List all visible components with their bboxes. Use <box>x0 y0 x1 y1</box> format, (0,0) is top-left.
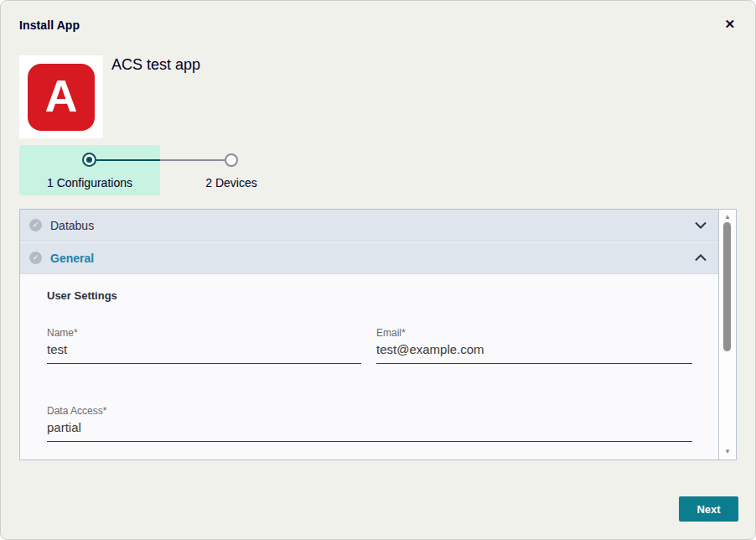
email-field-label: Email* <box>376 327 692 339</box>
step-configurations-circle-icon <box>82 153 96 167</box>
scroll-down-arrow-icon[interactable]: ▼ <box>719 447 736 457</box>
close-icon[interactable]: ✕ <box>724 17 735 32</box>
check-circle-icon: ✓ <box>29 219 42 231</box>
data-access-field-label: Data Access* <box>47 405 692 417</box>
step-devices-circle-icon <box>225 153 238 167</box>
check-circle-icon: ✓ <box>29 252 42 264</box>
scrollbar-thumb[interactable] <box>723 222 731 351</box>
step-configurations-label: 1 Configurations <box>19 176 160 190</box>
name-input[interactable]: test <box>47 342 361 364</box>
configuration-accordion: ✓ Databus ✓ General User Settings Name* … <box>19 209 737 460</box>
chevron-up-icon <box>695 254 707 262</box>
name-field: Name* test <box>47 327 361 364</box>
vertical-scrollbar[interactable]: ▲ ▼ <box>718 210 736 460</box>
scroll-up-arrow-icon[interactable]: ▲ <box>719 212 736 222</box>
accordion-header-general[interactable]: ✓ General <box>20 242 718 274</box>
app-icon: A <box>19 55 103 138</box>
general-section-panel: User Settings Name* test Email* test@exa… <box>20 275 718 460</box>
app-name: ACS test app <box>111 56 200 74</box>
step-connector-upcoming <box>160 159 225 161</box>
next-button[interactable]: Next <box>679 496 738 522</box>
chevron-down-icon <box>695 221 707 229</box>
step-active-dot <box>86 157 92 163</box>
email-field: Email* test@example.com <box>376 327 692 364</box>
user-settings-heading: User Settings <box>47 289 117 302</box>
step-connector-active <box>96 159 160 161</box>
step-devices-label[interactable]: 2 Devices <box>181 176 282 190</box>
dialog-title: Install App <box>19 18 80 32</box>
app-logo-letter: A <box>45 73 78 118</box>
name-field-label: Name* <box>47 327 361 339</box>
accordion-label-general: General <box>50 252 94 265</box>
accordion-header-databus[interactable]: ✓ Databus <box>20 210 718 241</box>
accordion-label-databus: Databus <box>50 219 94 232</box>
data-access-input[interactable]: partial <box>47 420 692 442</box>
install-app-dialog: Install App ✕ A ACS test app 1 Configura… <box>0 0 756 540</box>
email-input[interactable]: test@example.com <box>376 342 692 364</box>
app-logo-red-square: A <box>28 64 95 131</box>
data-access-field: Data Access* partial <box>47 405 692 442</box>
